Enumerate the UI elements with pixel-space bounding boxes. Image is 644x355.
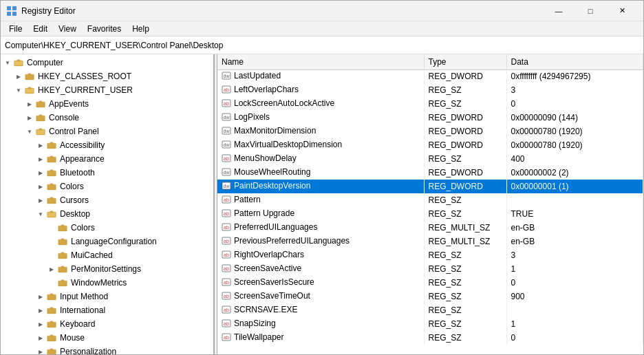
tree-item-inputmethod[interactable]: Input Method: [1, 290, 213, 303]
close-button[interactable]: ✕: [606, 1, 638, 21]
tree-item-hkey-current-user[interactable]: HKEY_CURRENT_USER: [1, 83, 213, 97]
reg-name: MouseWheelRouting: [234, 167, 310, 177]
expander-keyboard[interactable]: [35, 319, 46, 330]
reg-icon: ab ScreenSaveActive: [222, 263, 301, 273]
menu-favorites[interactable]: Favorites: [82, 23, 127, 35]
folder-icon-control-panel: [35, 126, 46, 137]
expander-accessibility[interactable]: [35, 140, 46, 151]
table-row[interactable]: ab ScreenSaveTimeOutREG_SZ900: [217, 290, 643, 303]
minimize-button[interactable]: —: [543, 1, 575, 21]
tree-item-languageconfig[interactable]: LanguageConfiguration: [1, 235, 213, 248]
table-row[interactable]: dw MaxVirtualDesktopDimensionREG_DWORD0x…: [217, 138, 643, 152]
table-row[interactable]: ab PatternREG_SZ: [217, 193, 643, 207]
table-row[interactable]: ab ScreenSaverIsSecureREG_SZ0: [217, 276, 643, 290]
expander-control-panel[interactable]: [24, 126, 35, 137]
cell-name: ab MenuShowDelay: [217, 152, 424, 166]
tree-item-hkey-classes[interactable]: HKEY_CLASSES_ROOT: [1, 69, 213, 83]
tree-item-accessibility[interactable]: Accessibility: [1, 138, 213, 152]
table-row[interactable]: ab ScreenSaveActiveREG_SZ1: [217, 262, 643, 276]
expander-mouse[interactable]: [35, 332, 46, 343]
svg-rect-49: [50, 335, 53, 336]
cell-data: 0x00000780 (1920): [506, 125, 643, 138]
col-header-name[interactable]: Name: [217, 54, 424, 69]
tree-item-computer[interactable]: Computer: [1, 56, 213, 69]
maximize-button[interactable]: □: [575, 1, 606, 21]
expander-computer[interactable]: [2, 57, 13, 68]
svg-text:ab: ab: [224, 87, 229, 92]
tree-item-colors[interactable]: Colors: [1, 180, 213, 193]
menu-help[interactable]: Help: [127, 23, 155, 35]
table-row[interactable]: dw LogPixelsREG_DWORD0x00000090 (144): [217, 111, 643, 125]
table-row[interactable]: ab PreferredUILanguagesREG_MULTI_SZen-GB: [217, 221, 643, 235]
svg-text:ab: ab: [224, 266, 229, 271]
expander-hkey-current-user[interactable]: [13, 85, 24, 96]
menu-file[interactable]: File: [3, 23, 28, 35]
tree-label-console: Console: [49, 113, 79, 122]
tree-panel[interactable]: Computer HKEY_CLASSES_ROOT: [1, 54, 214, 354]
registry-table-panel[interactable]: Name Type Data dw LastUpdatedREG_DWORD0x…: [217, 54, 643, 354]
folder-icon-inputmethod: [46, 291, 57, 302]
cell-name: ab TileWallpaper: [217, 331, 424, 345]
tree-item-desktop-colors[interactable]: Colors: [1, 221, 213, 235]
tree-item-international[interactable]: International: [1, 303, 213, 317]
expander-hkey-classes[interactable]: [13, 71, 24, 82]
table-row[interactable]: dw PaintDesktopVersionREG_DWORD0x0000000…: [217, 180, 643, 193]
svg-rect-6: [17, 60, 20, 61]
table-row[interactable]: dw MouseWheelRoutingREG_DWORD0x00000002 …: [217, 166, 643, 180]
reg-icon: ab SCRNSAVE.EXE: [222, 305, 297, 314]
tree-item-desktop[interactable]: Desktop: [1, 207, 213, 221]
expander-personalization[interactable]: [35, 346, 46, 354]
menu-view[interactable]: View: [53, 23, 82, 35]
table-row[interactable]: dw MaxMonitorDimensionREG_DWORD0x0000078…: [217, 125, 643, 138]
cell-data: 0: [506, 97, 643, 111]
expander-permonitorsettings[interactable]: [46, 263, 57, 275]
expander-appevents[interactable]: [24, 98, 35, 109]
table-row[interactable]: ab LockScreenAutoLockActiveREG_SZ0: [217, 97, 643, 111]
svg-rect-5: [14, 61, 22, 65]
reg-name: ScreenSaveActive: [234, 263, 301, 273]
expander-cursors[interactable]: [35, 195, 46, 206]
reg-name: ScreenSaveTimeOut: [234, 291, 310, 301]
reg-icon: ab ScreenSaverIsSecure: [222, 277, 314, 287]
expander-international[interactable]: [35, 305, 46, 316]
cell-data: 3: [506, 248, 643, 262]
col-header-data[interactable]: Data: [506, 54, 643, 69]
tree-item-appevents[interactable]: AppEvents: [1, 97, 213, 111]
tree-item-muicached[interactable]: MuiCached: [1, 248, 213, 262]
cell-name: dw PaintDesktopVersion: [217, 180, 424, 193]
table-row[interactable]: ab SCRNSAVE.EXEREG_SZ: [217, 303, 643, 317]
cell-data: 0xffffffff (4294967295): [506, 69, 643, 83]
tree-item-personalization[interactable]: Personalization: [1, 345, 213, 354]
table-row[interactable]: ab TileWallpaperREG_SZ0: [217, 331, 643, 345]
reg-name: Pattern: [234, 195, 261, 204]
tree-item-windowmetrics[interactable]: WindowMetrics: [1, 276, 213, 290]
table-row[interactable]: ab MenuShowDelayREG_SZ400: [217, 152, 643, 166]
table-row[interactable]: ab PreviousPreferredUILanguagesREG_MULTI…: [217, 235, 643, 248]
svg-rect-44: [47, 308, 56, 314]
expander-bluetooth[interactable]: [35, 167, 46, 178]
expander-colors[interactable]: [35, 181, 46, 192]
cell-name: ab Pattern: [217, 193, 424, 207]
expander-appearance[interactable]: [35, 153, 46, 164]
expander-desktop[interactable]: [35, 208, 46, 219]
tree-item-mouse[interactable]: Mouse: [1, 331, 213, 345]
expander-console[interactable]: [24, 112, 35, 123]
svg-rect-24: [50, 170, 53, 171]
menu-edit[interactable]: Edit: [28, 23, 53, 35]
table-row[interactable]: ab SnapSizingREG_SZ1: [217, 317, 643, 331]
table-row[interactable]: ab LeftOverlapCharsREG_SZ3: [217, 83, 643, 97]
expander-inputmethod[interactable]: [35, 291, 46, 302]
tree-item-cursors[interactable]: Cursors: [1, 193, 213, 207]
folder-icon-desktop: [46, 208, 57, 219]
tree-item-bluetooth[interactable]: Bluetooth: [1, 166, 213, 180]
table-row[interactable]: ab RightOverlapCharsREG_SZ3: [217, 248, 643, 262]
tree-item-control-panel[interactable]: Control Panel: [1, 125, 213, 138]
tree-item-keyboard[interactable]: Keyboard: [1, 317, 213, 331]
table-row[interactable]: ab Pattern UpgradeREG_SZTRUE: [217, 207, 643, 221]
tree-item-appearance[interactable]: Appearance: [1, 152, 213, 166]
tree-item-console[interactable]: Console: [1, 111, 213, 125]
reg-icon: dw MaxVirtualDesktopDimension: [222, 140, 342, 149]
table-row[interactable]: dw LastUpdatedREG_DWORD0xffffffff (42949…: [217, 69, 643, 83]
tree-item-permonitorsettings[interactable]: PerMonitorSettings: [1, 262, 213, 276]
col-header-type[interactable]: Type: [424, 54, 506, 69]
